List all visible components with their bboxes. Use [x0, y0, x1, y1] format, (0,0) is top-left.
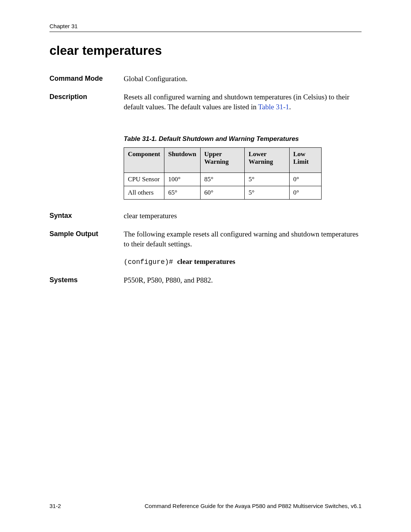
- row-syntax: Syntax clear temperatures: [49, 211, 362, 221]
- desc-before-link: Resets all configured warning and shutdo…: [124, 93, 349, 111]
- text-sample-output: The following example resets all configu…: [124, 229, 362, 267]
- desc-after-link: .: [289, 103, 291, 111]
- th-lower-warning: Lower Warning: [245, 147, 289, 173]
- label-command-mode: Command Mode: [49, 74, 124, 83]
- label-description: Description: [49, 92, 124, 101]
- prompt-text: (configure)#: [124, 258, 177, 266]
- sample-command-line: (configure)# clear temperatures: [124, 257, 362, 267]
- th-component: Component: [124, 147, 164, 173]
- table-header-row: Component Shutdown Upper Warning Lower W…: [124, 147, 322, 173]
- cell: 5°: [245, 186, 289, 199]
- table-row: CPU Sensor 100° 85° 5° 0°: [124, 173, 322, 186]
- text-syntax: clear temperatures: [124, 211, 362, 221]
- label-sample-output: Sample Output: [49, 229, 124, 238]
- cell: All others: [124, 186, 164, 199]
- label-syntax: Syntax: [49, 211, 124, 220]
- table-xref-link[interactable]: Table 31-1: [258, 103, 289, 111]
- table-row: All others 65° 60° 5° 0°: [124, 186, 322, 199]
- page-content: Chapter 31 clear temperatures Command Mo…: [0, 0, 411, 285]
- cell: 100°: [164, 173, 201, 186]
- cell: 0°: [289, 173, 321, 186]
- page-title: clear temperatures: [49, 43, 362, 58]
- th-shutdown: Shutdown: [164, 147, 201, 173]
- table-caption: Table 31-1. Default Shutdown and Warning…: [124, 135, 362, 143]
- cell: 0°: [289, 186, 321, 199]
- text-description: Resets all configured warning and shutdo…: [124, 92, 362, 112]
- footer-page-number: 31-2: [49, 503, 61, 509]
- header-rule: [49, 32, 362, 32]
- command-text: clear temperatures: [177, 257, 235, 265]
- row-description: Description Resets all configured warnin…: [49, 92, 362, 112]
- temperature-table: Component Shutdown Upper Warning Lower W…: [124, 147, 322, 200]
- label-systems: Systems: [49, 275, 124, 284]
- cell: 65°: [164, 186, 201, 199]
- table-block: Table 31-1. Default Shutdown and Warning…: [124, 135, 362, 200]
- cell: 5°: [245, 173, 289, 186]
- cell: 85°: [200, 173, 245, 186]
- footer-doc-title: Command Reference Guide for the Avaya P5…: [145, 503, 362, 509]
- th-upper-warning: Upper Warning: [200, 147, 245, 173]
- th-low-limit: Low Limit: [289, 147, 321, 173]
- row-command-mode: Command Mode Global Configuration.: [49, 74, 362, 84]
- text-command-mode: Global Configuration.: [124, 74, 362, 84]
- row-sample-output: Sample Output The following example rese…: [49, 229, 362, 267]
- row-systems: Systems P550R, P580, P880, and P882.: [49, 275, 362, 285]
- cell: 60°: [200, 186, 245, 199]
- sample-output-desc: The following example resets all configu…: [124, 230, 358, 248]
- text-systems: P550R, P580, P880, and P882.: [124, 275, 362, 285]
- chapter-label: Chapter 31: [49, 23, 362, 29]
- page-footer: 31-2 Command Reference Guide for the Ava…: [49, 503, 362, 509]
- cell: CPU Sensor: [124, 173, 164, 186]
